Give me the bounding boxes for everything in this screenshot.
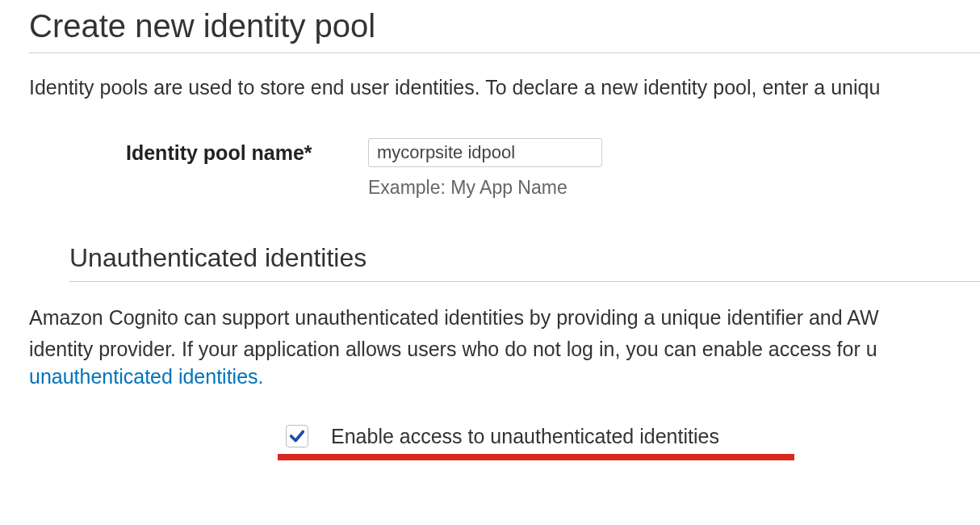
section-desc-line2: identity provider. If your application a… <box>29 334 980 365</box>
section-unauth-title: Unauthenticated identities <box>69 243 980 282</box>
pool-name-label: Identity pool name* <box>126 141 368 165</box>
pool-name-row: Identity pool name* <box>126 138 980 167</box>
enable-unauth-row: Enable access to unauthenticated identit… <box>286 425 980 448</box>
intro-text: Identity pools are used to store end use… <box>29 74 980 102</box>
enable-unauth-label[interactable]: Enable access to unauthenticated identit… <box>331 425 719 448</box>
section-desc-line1: Amazon Cognito can support unauthenticat… <box>29 302 980 334</box>
unauth-link[interactable]: unauthenticated identities. <box>29 365 264 388</box>
pool-name-helper: Example: My App Name <box>368 177 980 199</box>
pool-name-input[interactable] <box>368 138 602 167</box>
enable-unauth-checkbox[interactable] <box>286 425 308 447</box>
checkmark-icon <box>288 427 306 445</box>
highlight-underline <box>278 454 794 460</box>
page-title: Create new identity pool <box>29 8 980 53</box>
